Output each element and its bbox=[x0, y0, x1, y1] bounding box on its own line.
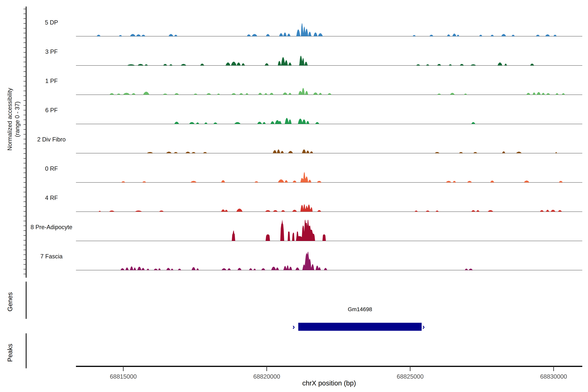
track-signal-8-pre-adipocyte bbox=[76, 220, 582, 241]
peaks-section-label: Peaks bbox=[6, 344, 14, 362]
track-label: 8 Pre-Adipocyte bbox=[30, 224, 72, 230]
track-signal-6-pf bbox=[76, 118, 582, 124]
gene-body bbox=[298, 323, 422, 331]
x-axis-tick-label: 68815000 bbox=[110, 373, 137, 380]
track-signal-7-fascia bbox=[76, 252, 582, 270]
track-signal-3-pf bbox=[76, 56, 582, 66]
track-label: 1 PF bbox=[45, 78, 58, 84]
genome-browser-chart: Normalized accessibility (range 0 - 37) … bbox=[0, 0, 588, 392]
y-axis-label-line1: Normalized accessibility bbox=[6, 88, 13, 150]
x-axis-tick-label: 68830000 bbox=[540, 373, 567, 380]
track-signal-2-div-fibro bbox=[76, 150, 582, 153]
x-axis-title: chrX position (bp) bbox=[302, 379, 356, 387]
track-label: 6 PF bbox=[45, 107, 58, 114]
gene-strand-arrow-icon: › bbox=[422, 322, 425, 331]
x-axis-tick-label: 68825000 bbox=[397, 373, 424, 380]
gene-track: Gm14698›› bbox=[292, 306, 425, 331]
track-label: 2 Div Fibro bbox=[37, 136, 66, 143]
gene-strand-arrow-icon: › bbox=[292, 322, 295, 331]
x-axis-ticks: 68815000688200006882500068830000 bbox=[110, 366, 567, 380]
x-axis-tick-label: 68820000 bbox=[253, 373, 280, 380]
track-signal-5-dp bbox=[76, 23, 582, 36]
track-label: 5 DP bbox=[45, 19, 58, 26]
accessibility-tracks: 5 DP3 PF1 PF6 PF2 Div Fibro0 RF4 RF8 Pre… bbox=[30, 19, 582, 270]
track-label: 4 RF bbox=[45, 194, 58, 201]
track-label: 3 PF bbox=[45, 48, 58, 55]
gene-name-label: Gm14698 bbox=[348, 306, 372, 312]
track-signal-1-pf bbox=[76, 88, 582, 95]
track-signal-4-rf bbox=[76, 204, 582, 212]
genes-section-label: Genes bbox=[6, 292, 14, 312]
track-label: 7 Fascia bbox=[40, 253, 63, 260]
genome-browser-page: Normalized accessibility (range 0 - 37) … bbox=[0, 0, 588, 392]
track-label: 0 RF bbox=[45, 165, 58, 172]
track-signal-0-rf bbox=[76, 172, 582, 182]
y-axis-label-line2: (range 0 - 37) bbox=[14, 102, 20, 137]
